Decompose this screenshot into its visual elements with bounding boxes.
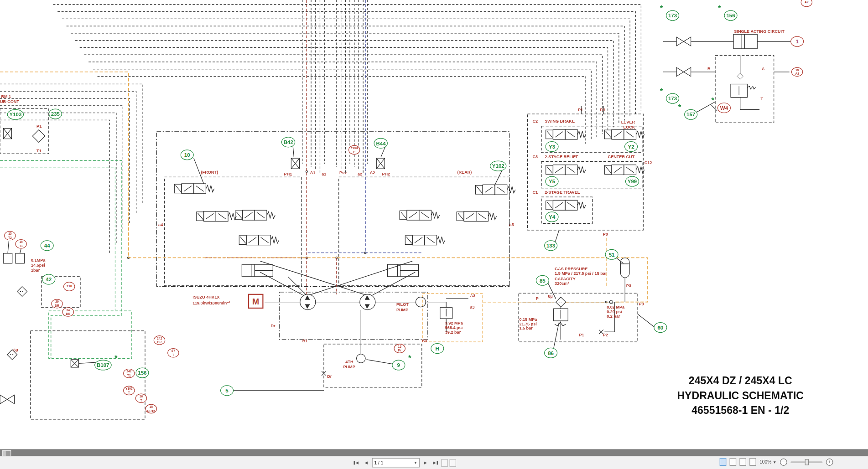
port-callout-S7-T: S7T <box>167 348 179 358</box>
first-page-button[interactable]: ◀ <box>352 458 360 468</box>
diagram-label: Dr <box>327 374 332 379</box>
callout-42: 42 <box>42 274 55 284</box>
diagram-label: Dr <box>270 324 275 329</box>
page-number-value: 1 / 1 <box>374 460 383 465</box>
callout-133: 133 <box>544 240 557 251</box>
chevron-down-icon: ▼ <box>773 460 776 464</box>
diagram-label: ISUZU 4HK1X <box>192 295 219 300</box>
port-callout-34-DR: 34DR <box>62 307 74 317</box>
last-page-button[interactable]: ▶ <box>431 458 439 468</box>
callout-173: 173* <box>666 93 679 104</box>
diagram-label: SINGLE ACTING CIRCUIT <box>734 29 784 34</box>
diagram-label: PUMP <box>343 365 355 370</box>
diagram-label: (FRONT) <box>201 170 218 175</box>
diagram-label: 14.5psi <box>31 263 45 268</box>
diagram-label: A3 <box>470 293 475 298</box>
diagram-label: A2 <box>370 170 375 175</box>
schematic-page: M 245X4 DZ / 245X4 LC HYDRAULIC SCHEMATI… <box>0 0 868 449</box>
diagram-label: 1bar <box>31 268 40 273</box>
callout-9: 9* <box>392 360 405 370</box>
callout-Y103: Y103 <box>7 109 24 120</box>
callout-1: 1 <box>790 36 804 46</box>
zoom-slider-handle[interactable] <box>805 459 808 465</box>
port-callout-A2: A2 <box>801 0 812 7</box>
diagram-label: C1 <box>533 190 538 195</box>
diagram-label: 1.5 MPa / 217.5 psi / 15 bar <box>555 271 607 276</box>
callout-Y3: Y3 <box>545 141 558 152</box>
callout-156: 156 <box>135 367 149 378</box>
continuous-view-icon[interactable] <box>730 458 737 466</box>
diagram-label: a2 <box>358 171 362 176</box>
diagram-label: LEVER <box>621 119 635 124</box>
callout-Y102: Y102 <box>490 161 507 171</box>
port-callout-242-T1: 242T1 <box>123 369 135 378</box>
asterisk-marker: * <box>678 103 681 111</box>
zoom-group: 100% ▼ − + <box>720 458 833 466</box>
diagram-label: 8µ <box>548 294 553 299</box>
diagram-label: P0 <box>639 301 644 306</box>
callout-H: H <box>431 343 444 354</box>
asterisk-marker: * <box>718 4 721 12</box>
title-block: 245X4 DZ / 245X4 LC HYDRAULIC SCHEMATIC … <box>664 374 816 418</box>
single-page-view-icon[interactable] <box>720 458 727 466</box>
page-number-combo[interactable]: 1 / 1 ▼ <box>372 458 420 468</box>
diagram-label: P <box>536 296 539 301</box>
diagram-label: P2 <box>603 332 608 337</box>
callout-B107: B107* <box>94 360 111 370</box>
diagram-label: P1 <box>36 124 42 129</box>
diagram-label: T1 <box>36 148 42 153</box>
port-callout-15-DR15: 15DR15 <box>146 404 157 414</box>
title-doc: HYDRAULIC SCHEMATIC <box>664 389 816 403</box>
asterisk-marker: * <box>408 353 411 362</box>
engine-symbol: M <box>248 294 264 309</box>
callout-156: 156* <box>724 10 737 21</box>
zoom-value: 100% <box>759 459 771 464</box>
diagram-label: 320cm³ <box>555 281 569 286</box>
page-navigation-group: ◀ ◀ 1 / 1 ▼ ▶ ▶ <box>352 458 456 468</box>
callout-60: 60 <box>654 322 667 333</box>
port-callout-Y18: Y18 <box>63 282 75 291</box>
diagram-label: C3 <box>533 155 538 160</box>
previous-view-icon[interactable] <box>441 459 448 467</box>
diagram-label: P3 <box>626 283 631 288</box>
callout-Y4: Y4 <box>545 211 558 222</box>
diagram-label: B1 <box>302 339 308 344</box>
diagram-label: PUMP <box>396 308 408 313</box>
zoom-combo[interactable]: 100% ▼ <box>759 459 776 464</box>
zoom-in-button[interactable]: + <box>826 459 833 466</box>
diagram-label: B <box>707 67 711 72</box>
pdf-toolbar: ◀ ◀ 1 / 1 ▼ ▶ ▶ 100% ▼ − + <box>0 456 868 469</box>
diagram-label: T <box>761 96 764 101</box>
callout-B42: B42 <box>281 137 296 147</box>
callout-5: 5 <box>220 385 234 396</box>
port-callout-15-Pr: 15Pr <box>394 344 405 353</box>
next-view-icon[interactable] <box>449 459 456 467</box>
title-number: 46551568-1 EN - 1/2 <box>664 403 816 418</box>
callout-173: 173* <box>666 10 679 21</box>
diagram-label: a4 <box>158 222 163 227</box>
next-page-button[interactable]: ▶ <box>421 458 430 468</box>
asterisk-marker: * <box>660 87 663 95</box>
diagram-label: 119.3kW/1800min⁻¹ <box>192 300 230 305</box>
diagram-label: 0.1MPa <box>31 258 45 263</box>
port-callout-29-DR: 29DR <box>51 299 62 309</box>
diagram-label: PILOT <box>396 302 409 307</box>
asterisk-marker: * <box>660 4 663 12</box>
fit-page-icon[interactable] <box>749 458 756 466</box>
diagram-label: CENTER CUT <box>608 155 635 160</box>
callout-235: 235 <box>49 108 62 119</box>
diagram-label: 2-STAGE RELIEF <box>545 155 578 160</box>
zoom-out-button[interactable]: − <box>780 459 787 466</box>
diagram-label: a5 <box>509 222 514 227</box>
port-callout-Y102-T: Y102T <box>123 386 135 396</box>
two-page-view-icon[interactable] <box>739 458 746 466</box>
asterisk-marker: * <box>712 96 715 105</box>
diagram-label: 39.2 bar <box>445 330 461 335</box>
port-callout-15-T2: 15T2 <box>4 231 16 241</box>
port-callout-15-A2: 15A2 <box>791 67 803 77</box>
prev-page-button[interactable]: ◀ <box>362 458 370 468</box>
callout-86: 86 <box>544 348 557 358</box>
callout-Y2: Y2 <box>624 141 638 152</box>
zoom-slider[interactable] <box>790 461 822 463</box>
diagram-label: Psv <box>339 170 347 175</box>
